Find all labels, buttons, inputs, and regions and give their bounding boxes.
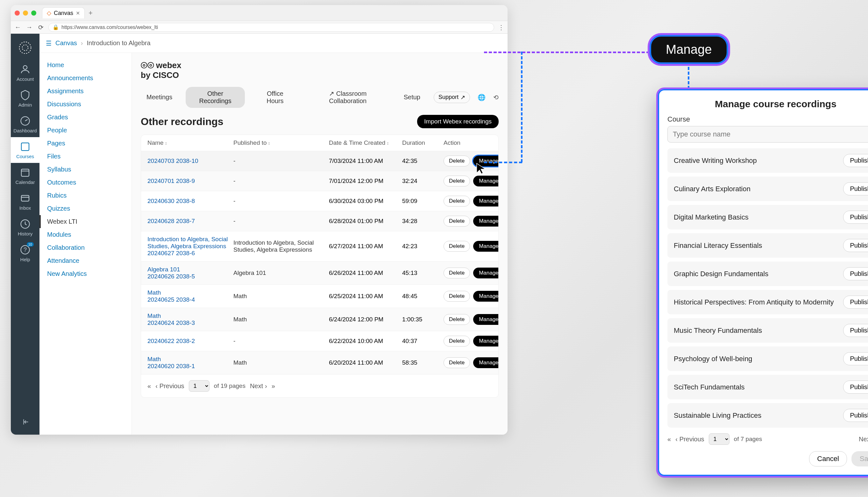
- minimize-window-btn[interactable]: [23, 11, 28, 16]
- delete-button[interactable]: Delete: [443, 176, 470, 186]
- publish-button[interactable]: Publish: [843, 211, 868, 224]
- delete-button[interactable]: Delete: [443, 268, 470, 279]
- manage-button[interactable]: Manage: [473, 336, 499, 346]
- manage-button[interactable]: Manage: [473, 216, 499, 227]
- pager-first-button[interactable]: «: [148, 382, 151, 390]
- course-nav-item[interactable]: Modules: [40, 228, 132, 241]
- course-nav-item[interactable]: Assignments: [40, 85, 132, 98]
- recording-name-link[interactable]: Algebra 101: [148, 266, 180, 273]
- back-button[interactable]: ←: [14, 24, 22, 31]
- col-published[interactable]: Published to: [233, 139, 267, 146]
- recording-name-link[interactable]: 20240630 2038-8: [148, 198, 195, 204]
- rail-item-calendar[interactable]: Calendar: [11, 163, 40, 189]
- recording-name-link[interactable]: 20240622 2038-2: [148, 338, 195, 344]
- recording-name-link[interactable]: Math: [148, 289, 161, 296]
- course-nav-item[interactable]: Outcomes: [40, 176, 132, 189]
- save-button[interactable]: Save: [852, 451, 868, 467]
- support-link[interactable]: Support↗: [434, 91, 470, 103]
- recording-name-link[interactable]: 20240701 2038-9: [148, 178, 195, 184]
- manage-button[interactable]: Manage: [473, 291, 499, 302]
- breadcrumb-root[interactable]: Canvas: [55, 40, 77, 47]
- course-nav-item[interactable]: Files: [40, 150, 132, 163]
- course-nav-item[interactable]: Announcements: [40, 72, 132, 85]
- recording-name-link[interactable]: Introduction to Algebra, Social Studies,…: [148, 236, 228, 250]
- delete-button[interactable]: Delete: [443, 216, 470, 227]
- publish-button[interactable]: Publish: [843, 381, 868, 394]
- pager-first-button[interactable]: «: [667, 436, 671, 443]
- cancel-button[interactable]: Cancel: [809, 451, 847, 467]
- globe-icon[interactable]: 🌐: [478, 94, 486, 101]
- rail-item-help[interactable]: ?10Help: [11, 240, 40, 266]
- rail-item-history[interactable]: History: [11, 214, 40, 240]
- recording-name-link[interactable]: 20240627 2038-6: [148, 250, 195, 256]
- course-nav-item[interactable]: Syllabus: [40, 163, 132, 176]
- recording-name-link[interactable]: 20240626 2038-5: [148, 273, 195, 280]
- pager-last-button[interactable]: »: [272, 382, 275, 390]
- course-menu-toggle-icon[interactable]: ☰: [46, 40, 52, 47]
- course-nav-item[interactable]: Attendance: [40, 254, 132, 267]
- course-nav-item[interactable]: Home: [40, 59, 132, 72]
- course-nav-item[interactable]: Grades: [40, 111, 132, 124]
- delete-button[interactable]: Delete: [443, 314, 470, 325]
- manage-button[interactable]: Manage: [473, 357, 499, 368]
- manage-button[interactable]: Manage: [473, 156, 499, 167]
- pager-prev-button[interactable]: ‹ Previous: [155, 382, 184, 390]
- browser-tab[interactable]: ◇ Canvas ✕: [42, 7, 85, 18]
- manage-button[interactable]: Manage: [473, 314, 499, 325]
- manage-button[interactable]: Manage: [473, 241, 499, 252]
- address-bar[interactable]: 🔒 https://www.canvas.com/courses/webex_l…: [49, 23, 494, 32]
- course-nav-item[interactable]: Collaboration: [40, 241, 132, 254]
- recording-name-link[interactable]: 20240624 2038-3: [148, 320, 195, 326]
- rail-item-inbox[interactable]: Inbox: [11, 189, 40, 214]
- reload-button[interactable]: ⟳: [37, 24, 44, 31]
- browser-menu-button[interactable]: ⋮: [498, 24, 505, 31]
- rail-item-admin[interactable]: Admin: [11, 86, 40, 111]
- publish-button[interactable]: Publish: [843, 239, 868, 252]
- col-datetime[interactable]: Date & Time Created: [329, 139, 385, 146]
- course-nav-item[interactable]: Discussions: [40, 98, 132, 111]
- course-nav-item[interactable]: Quizzes: [40, 202, 132, 215]
- pager-next-button[interactable]: Next ›: [859, 436, 868, 443]
- course-nav-item[interactable]: New Analytics: [40, 267, 132, 280]
- col-name[interactable]: Name: [148, 139, 164, 146]
- publish-button[interactable]: Publish: [843, 267, 868, 280]
- delete-button[interactable]: Delete: [443, 357, 470, 368]
- manage-button[interactable]: Manage: [473, 196, 499, 207]
- delete-button[interactable]: Delete: [443, 291, 470, 302]
- import-recordings-button[interactable]: Import Webex recordings: [417, 115, 499, 128]
- pager-page-select[interactable]: 1: [189, 380, 209, 392]
- manage-button[interactable]: Manage: [473, 176, 499, 186]
- tab-close-icon[interactable]: ✕: [76, 10, 80, 16]
- manage-button[interactable]: Manage: [473, 268, 499, 279]
- course-nav-item[interactable]: People: [40, 124, 132, 137]
- course-search-input[interactable]: [667, 126, 868, 143]
- close-window-btn[interactable]: [15, 11, 20, 16]
- delete-button[interactable]: Delete: [443, 196, 470, 207]
- recording-name-link[interactable]: 20240625 2038-4: [148, 296, 195, 303]
- rail-item-courses[interactable]: Courses: [11, 137, 40, 163]
- tab-meetings[interactable]: Meetings: [141, 90, 178, 104]
- publish-button[interactable]: Publish: [843, 154, 868, 167]
- recording-name-link[interactable]: Math: [148, 356, 161, 363]
- recording-name-link[interactable]: 20240703 2038-10: [148, 157, 198, 164]
- recording-name-link[interactable]: Math: [148, 312, 161, 319]
- delete-button[interactable]: Delete: [443, 156, 470, 167]
- tab-other-recordings[interactable]: Other Recordings: [185, 87, 245, 108]
- publish-button[interactable]: Publish: [843, 296, 868, 309]
- forward-button[interactable]: →: [26, 24, 33, 31]
- delete-button[interactable]: Delete: [443, 241, 470, 252]
- delete-button[interactable]: Delete: [443, 336, 470, 346]
- recording-name-link[interactable]: 20240620 2038-1: [148, 363, 195, 369]
- tab-classroom-collaboration[interactable]: ↗ Classroom Collaboration: [305, 87, 390, 108]
- publish-button[interactable]: Publish: [843, 182, 868, 195]
- course-nav-item[interactable]: Rubics: [40, 189, 132, 202]
- pager-next-button[interactable]: Next ›: [250, 382, 267, 390]
- zoom-window-btn[interactable]: [31, 11, 36, 16]
- tab-office-hours[interactable]: Office Hours: [252, 87, 298, 108]
- rail-item-dashboard[interactable]: Dashboard: [11, 111, 40, 137]
- course-nav-item[interactable]: Pages: [40, 137, 132, 150]
- rail-item-account[interactable]: Account: [11, 60, 40, 86]
- recording-name-link[interactable]: 20240628 2038-7: [148, 218, 195, 224]
- publish-button[interactable]: Publish: [843, 409, 868, 422]
- sync-icon[interactable]: ⟲: [493, 94, 499, 101]
